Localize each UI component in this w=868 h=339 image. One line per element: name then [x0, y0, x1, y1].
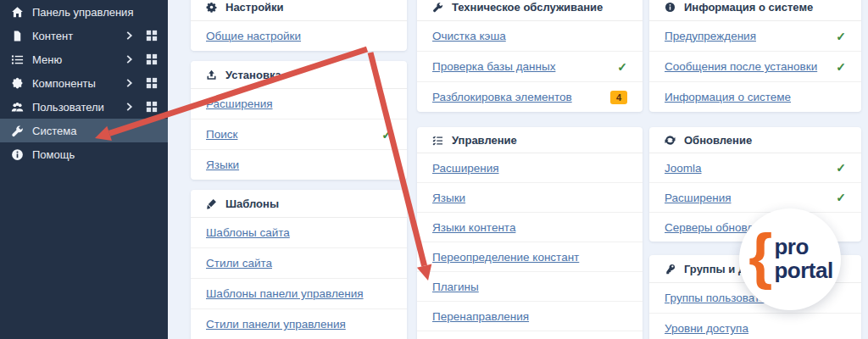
panel-title: Настройки: [225, 1, 284, 14]
sidebar-item-system[interactable]: Система: [0, 119, 168, 142]
sidebar-item-label: Компоненты: [32, 77, 125, 90]
panel-link-label: Уровни доступа: [665, 322, 748, 335]
panel-system-information: Информация о системе Предупреждения Сооб…: [649, 0, 861, 112]
grid-icon[interactable]: [146, 53, 158, 65]
panel-link-label: Шаблоны панели управления: [206, 287, 364, 300]
chevron-right-icon[interactable]: [125, 102, 134, 112]
panel-link-label: Переопределение констант: [432, 251, 579, 264]
panel-link[interactable]: Общие настройки: [191, 21, 407, 51]
panel-link-label: Расширения: [206, 97, 273, 110]
dashboard-column-1: Настройки Общие настройки Установка Расш…: [191, 0, 407, 339]
gear-icon: [206, 1, 218, 13]
sidebar-item-label: Система: [32, 125, 168, 137]
panel-manage: Управление Расширения Языки Языки контен…: [417, 127, 643, 339]
panel-link[interactable]: Разблокировка элементов 4: [417, 82, 643, 112]
panel-link-label: Языки: [432, 192, 465, 204]
panel-link[interactable]: Расширения: [417, 153, 643, 183]
panel-header: Техническое обслуживание: [417, 0, 643, 21]
panel-title: Шаблоны: [225, 197, 279, 210]
panel-settings: Настройки Общие настройки: [191, 0, 407, 51]
panel-link-label: Предупреждения: [665, 30, 756, 42]
chevron-right-icon[interactable]: [125, 78, 134, 88]
panel-header: Управление: [417, 127, 643, 153]
sidebar-item-label: Контент: [32, 30, 125, 42]
panel-link[interactable]: Языки контента: [417, 213, 643, 242]
info-icon: [665, 1, 676, 13]
panel-link[interactable]: Очистка кэша: [417, 21, 643, 52]
panel-link[interactable]: Шаблоны сайта: [191, 218, 407, 248]
grid-icon[interactable]: [146, 101, 158, 113]
panel-link-label: Сообщения после установки: [665, 60, 817, 73]
panel-link-label: Joomla: [665, 162, 702, 175]
brush-icon: [206, 197, 218, 209]
panel-link[interactable]: Сообщения после установки: [649, 52, 861, 82]
panel-link-label: Очистка кэша: [432, 30, 506, 42]
sidebar-item-content[interactable]: Контент: [0, 24, 168, 47]
key-icon: [665, 263, 676, 275]
sidebar-item-help[interactable]: Помощь: [0, 142, 168, 166]
sidebar-item-label: Помощь: [32, 148, 168, 161]
panel-link-label: Шаблоны сайта: [206, 226, 290, 239]
check-icon: [617, 61, 627, 73]
upload-icon: [206, 69, 218, 81]
logo-text: pro portal: [774, 236, 832, 282]
panel-title: Техническое обслуживание: [452, 1, 603, 14]
panel-templates: Шаблоны Шаблоны сайта Стили сайта Шаблон…: [191, 190, 407, 339]
panel-link[interactable]: Перенаправления: [417, 302, 643, 331]
panel-link[interactable]: Переопределение констант: [417, 242, 643, 272]
panel-title: Установка: [225, 69, 281, 81]
logo-line-pro: pro: [774, 236, 832, 259]
sidebar-item-components[interactable]: Компоненты: [0, 71, 168, 95]
panel-link[interactable]: Стили сайта: [191, 248, 407, 279]
panel-link-label: Информация о системе: [665, 91, 791, 103]
panel-link[interactable]: Уровни доступа: [649, 314, 861, 339]
panel-link-label: Плагины: [432, 281, 479, 293]
panel-link[interactable]: Языки: [417, 183, 643, 213]
panel-link-label: Разблокировка элементов: [432, 91, 572, 103]
grid-icon[interactable]: [146, 30, 158, 42]
panel-link-label: Стили сайта: [206, 257, 272, 270]
panel-link[interactable]: Информация о системе: [649, 82, 861, 112]
panel-link[interactable]: Плагины: [417, 272, 643, 302]
panel-link-label: Языки контента: [432, 221, 515, 234]
sidebar-item-menus[interactable]: Меню: [0, 47, 168, 71]
count-badge: 4: [610, 91, 627, 104]
sidebar-item-users[interactable]: Пользователи: [0, 95, 168, 119]
check-icon: [836, 162, 846, 174]
check-icon: [836, 31, 846, 42]
panel-header: Шаблоны: [191, 190, 407, 218]
sidebar-item-label: Меню: [32, 53, 125, 66]
panel-link[interactable]: Расширения: [649, 183, 861, 213]
chevron-right-icon[interactable]: [125, 54, 134, 64]
panel-link[interactable]: Стили панели управления: [191, 309, 407, 339]
home-icon: [10, 5, 24, 19]
panel-link[interactable]: Расширения: [191, 89, 407, 119]
panel-link[interactable]: Joomla: [649, 153, 861, 183]
panel-link-label: Языки: [206, 158, 239, 171]
admin-sidebar: Панель управления Контент Меню Компонент…: [0, 0, 168, 339]
logo-brace: {: [748, 229, 772, 284]
panel-link[interactable]: Поиск: [191, 119, 407, 150]
panel-header: Обновление: [649, 127, 861, 153]
panel-maintenance: Техническое обслуживание Очистка кэша Пр…: [417, 0, 643, 112]
check-icon: [836, 192, 846, 203]
panel-link-label: Перенаправления: [432, 310, 529, 323]
panel-link[interactable]: Языки: [191, 150, 407, 180]
chevron-right-icon[interactable]: [125, 31, 134, 41]
dashboard-column-2: Техническое обслуживание Очистка кэша Пр…: [417, 0, 643, 339]
panel-link[interactable]: Предупреждения: [649, 21, 861, 52]
sidebar-item-dashboard[interactable]: Панель управления: [0, 0, 168, 24]
panel-link-label: Проверка базы данных: [432, 60, 555, 73]
sidebar-item-label: Пользователи: [32, 101, 125, 114]
check-icon: [836, 61, 846, 73]
wrench-icon: [432, 1, 444, 13]
panel-link[interactable]: Шаблоны панели управления: [191, 279, 407, 309]
grid-icon[interactable]: [146, 77, 158, 89]
menu-list-icon: [10, 53, 24, 66]
panel-link[interactable]: Проверка базы данных: [417, 52, 643, 82]
panel-link-label: Расширения: [432, 162, 499, 175]
panel-link[interactable]: Об…: [417, 331, 643, 339]
panel-header: Установка: [191, 61, 407, 89]
proportal-logo: { pro portal: [739, 208, 841, 310]
panel-link-label: Расширения: [665, 192, 732, 204]
